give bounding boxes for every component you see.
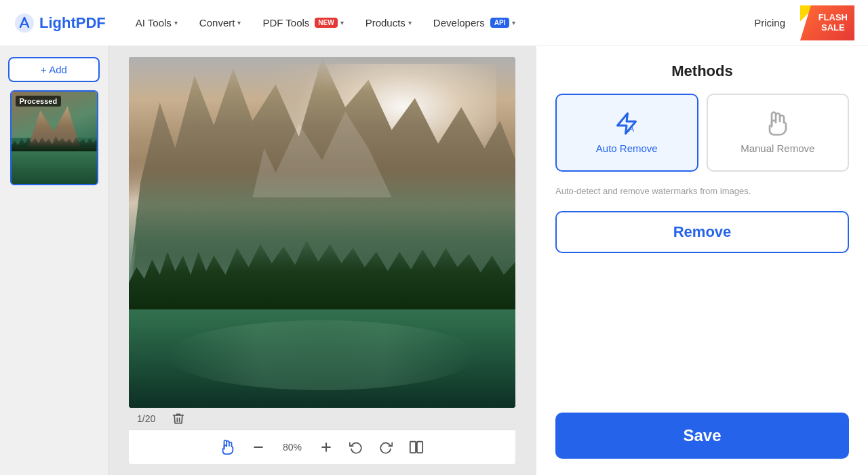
- remove-button[interactable]: Remove: [555, 211, 849, 253]
- flash-sale-banner[interactable]: FLASH SALE: [800, 5, 854, 41]
- trash-icon: [172, 412, 185, 425]
- main-image-container: [129, 57, 515, 408]
- processed-badge: Processed: [16, 96, 62, 107]
- zoom-level: 80%: [279, 442, 306, 453]
- methods-grid: A Auto Remove Manual Remove: [555, 94, 849, 172]
- svg-rect-5: [417, 442, 422, 453]
- right-panel: Methods A Auto Remove: [536, 46, 868, 475]
- nav-item-pdf-tools[interactable]: PDF Tools NEW ▾: [253, 12, 353, 34]
- zoom-out-button[interactable]: [249, 438, 268, 457]
- save-button[interactable]: Save: [555, 413, 849, 459]
- chevron-down-icon: ▾: [512, 19, 515, 26]
- svg-point-0: [15, 14, 34, 33]
- panel-title: Methods: [555, 62, 849, 80]
- undo-icon: [349, 440, 363, 454]
- nav-item-products[interactable]: Products ▾: [356, 12, 421, 34]
- image-toolbar: 80%: [129, 430, 515, 464]
- main-nav: AI Tools ▾ Convert ▾ PDF Tools NEW ▾ Pro…: [126, 12, 745, 34]
- auto-remove-card[interactable]: A Auto Remove: [555, 94, 698, 172]
- nav-item-ai-tools[interactable]: AI Tools ▾: [126, 12, 187, 34]
- chevron-down-icon: ▾: [174, 19, 178, 26]
- hand-icon: [220, 440, 235, 455]
- redo-button[interactable]: [376, 438, 395, 457]
- redo-icon: [379, 440, 393, 454]
- compare-button[interactable]: [406, 437, 427, 457]
- flash-sale-text: FLASH SALE: [818, 13, 850, 33]
- page-counter: 1/20: [129, 408, 163, 430]
- svg-rect-4: [410, 442, 416, 453]
- logo[interactable]: LightPDF: [14, 12, 106, 34]
- main-image: [129, 57, 515, 408]
- undo-button[interactable]: [347, 438, 366, 457]
- manual-remove-card[interactable]: Manual Remove: [707, 94, 850, 172]
- minus-icon: [252, 440, 265, 454]
- new-badge: NEW: [315, 18, 337, 28]
- manual-remove-icon: [766, 111, 790, 136]
- compare-icon: [409, 440, 424, 455]
- method-description: Auto-detect and remove watermarks from i…: [555, 185, 849, 197]
- chevron-down-icon: ▾: [408, 19, 412, 26]
- svg-text:A: A: [629, 124, 634, 134]
- header: LightPDF AI Tools ▾ Convert ▾ PDF Tools …: [0, 0, 868, 46]
- nav-item-pricing[interactable]: Pricing: [745, 12, 795, 34]
- chevron-down-icon: ▾: [340, 19, 344, 26]
- logo-text: LightPDF: [39, 14, 106, 32]
- trash-button[interactable]: [169, 409, 188, 428]
- logo-icon: [14, 12, 35, 34]
- auto-remove-icon: A: [614, 111, 639, 136]
- spacer: [555, 267, 849, 399]
- nav-item-developers[interactable]: Developers API ▾: [424, 12, 526, 34]
- hand-tool-button[interactable]: [218, 437, 238, 457]
- manual-remove-label: Manual Remove: [741, 142, 814, 154]
- api-badge: API: [490, 18, 510, 28]
- plus-icon: [319, 440, 333, 454]
- zoom-in-button[interactable]: [317, 438, 336, 457]
- nav-item-convert[interactable]: Convert ▾: [190, 12, 251, 34]
- auto-remove-label: Auto Remove: [596, 142, 658, 154]
- canvas-area: 1/20 80%: [108, 46, 536, 475]
- chevron-down-icon: ▾: [237, 19, 241, 26]
- thumbnail-item[interactable]: Processed: [10, 90, 98, 185]
- add-button[interactable]: + Add: [8, 57, 100, 82]
- main-content: + Add Processed: [0, 46, 868, 475]
- sidebar: + Add Processed: [0, 46, 108, 475]
